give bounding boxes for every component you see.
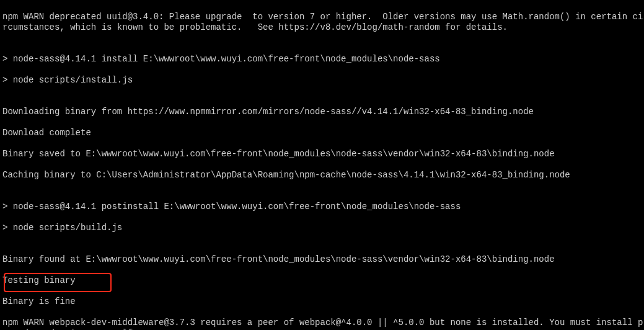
terminal-output[interactable]: npm WARN deprecated uuid@3.4.0: Please u… — [0, 0, 644, 330]
term-line: Downloading binary from https://www.npmm… — [2, 107, 644, 117]
term-line: > node-sass@4.14.1 postinstall E:\wwwroo… — [2, 202, 644, 212]
term-line: > node-sass@4.14.1 install E:\wwwroot\ww… — [2, 54, 644, 65]
term-line: npm WARN deprecated uuid@3.4.0: Please u… — [2, 12, 644, 33]
term-line: npm WARN webpack-dev-middleware@3.7.3 re… — [2, 318, 644, 330]
term-line: Binary is fine — [2, 297, 644, 307]
term-line: Binary found at E:\wwwroot\www.wuyi.com\… — [2, 254, 644, 265]
term-line: > node scripts/build.js — [2, 223, 644, 233]
term-line: > node scripts/install.js — [2, 75, 644, 86]
term-line: Download complete — [2, 128, 644, 138]
term-line: Caching binary to C:\Users\Administrator… — [2, 170, 644, 181]
term-line: Testing binary — [2, 275, 644, 286]
term-line: Binary saved to E:\wwwroot\www.wuyi.com\… — [2, 149, 644, 159]
